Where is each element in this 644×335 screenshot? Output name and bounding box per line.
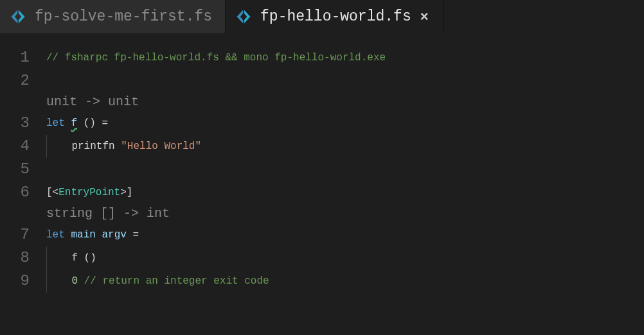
code-punct: >] <box>120 187 132 198</box>
code-comment: // return an integer exit code <box>78 275 269 287</box>
type-hint: string [] -> int <box>46 206 170 221</box>
line-number: 2 <box>0 69 46 92</box>
code-identifier: printfn <box>71 141 114 152</box>
line-number: 1 <box>0 46 46 69</box>
fsharp-icon <box>9 8 27 26</box>
code-text: f () <box>71 252 96 264</box>
code-text: () = <box>77 117 108 129</box>
code-identifier: f <box>71 117 77 129</box>
line-number: 3 <box>0 112 46 135</box>
svg-marker-2 <box>237 10 244 24</box>
fsharp-icon <box>235 8 253 26</box>
code-attribute: EntryPoint <box>58 187 120 198</box>
line-number: 6 <box>0 181 46 204</box>
tab-bar: fp-solve-me-first.fs fp-hello-world.fs × <box>0 0 644 33</box>
code-punct: [< <box>46 187 58 198</box>
code-identifier: main <box>71 229 95 241</box>
code-text: = <box>127 229 139 241</box>
code-editor[interactable]: 1 // fsharpc fp-hello-world.fs && mono f… <box>0 33 644 293</box>
close-icon[interactable]: × <box>419 8 430 25</box>
code-keyword: let <box>46 229 65 241</box>
line-number: 9 <box>0 270 46 293</box>
tab-label: fp-solve-me-first.fs <box>35 8 212 25</box>
tab-label: fp-hello-world.fs <box>260 8 411 25</box>
code-number: 0 <box>71 275 78 287</box>
line-number: 7 <box>0 223 46 246</box>
code-comment: // fsharpc fp-hello-world.fs && mono fp-… <box>46 52 386 64</box>
svg-marker-3 <box>244 10 251 24</box>
tab-fp-hello-world[interactable]: fp-hello-world.fs × <box>226 0 443 33</box>
type-hint: unit -> unit <box>46 94 139 109</box>
code-keyword: let <box>46 117 65 129</box>
line-number: 4 <box>0 135 46 158</box>
line-number: 5 <box>0 158 46 181</box>
tab-fp-solve-me-first[interactable]: fp-solve-me-first.fs <box>0 0 226 33</box>
code-identifier: argv <box>102 229 126 241</box>
svg-marker-1 <box>19 10 25 24</box>
code-string: "Hello World" <box>121 141 201 152</box>
line-number: 8 <box>0 246 46 270</box>
svg-marker-0 <box>12 10 18 24</box>
